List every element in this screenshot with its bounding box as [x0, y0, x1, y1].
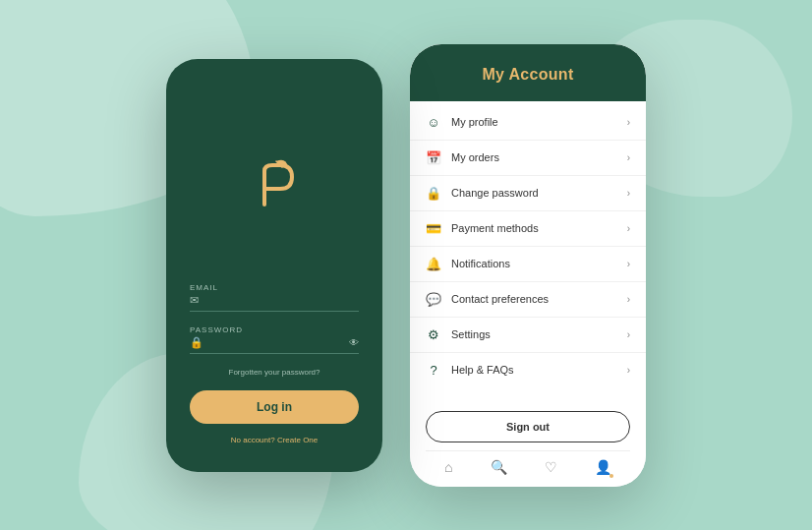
account-footer: Sign out ⌂ 🔍 ♡ 👤 [410, 403, 646, 487]
password-icon: 🔒 [426, 186, 441, 201]
phones-container: EMAIL ✉ PASSWORD 🔒 👁 Forgotten your pass… [166, 44, 646, 487]
help-label: Help & FAQs [451, 364, 617, 376]
lock-icon: 🔒 [190, 336, 203, 349]
notifications-icon: 🔔 [426, 257, 441, 271]
help-chevron: › [627, 365, 630, 376]
notifications-label: Notifications [451, 258, 617, 269]
account-title: My Account [426, 66, 630, 84]
no-account-label: No account? [231, 436, 275, 444]
help-icon: ? [426, 363, 441, 378]
profile-chevron: › [627, 117, 630, 128]
email-input-group: EMAIL ✉ [190, 283, 359, 312]
email-field[interactable] [204, 295, 359, 306]
email-icon: ✉ [190, 294, 199, 307]
orders-chevron: › [627, 152, 630, 163]
contact-label: Contact preferences [451, 293, 617, 305]
menu-item-password[interactable]: 🔒 Change password › [410, 176, 646, 211]
orders-icon: 📅 [426, 150, 441, 165]
menu-item-notifications[interactable]: 🔔 Notifications › [410, 247, 646, 282]
menu-item-profile[interactable]: ☺ My profile › [410, 105, 646, 141]
menu-item-orders[interactable]: 📅 My orders › [410, 141, 646, 176]
account-phone: My Account ☺ My profile › 📅 My orders › … [410, 44, 646, 487]
profile-icon: ☺ [426, 115, 441, 130]
password-input-row: 🔒 👁 [190, 336, 359, 354]
password-label: PASSWORD [190, 325, 359, 334]
create-one-link[interactable]: Create One [277, 436, 318, 444]
bottom-nav: ⌂ 🔍 ♡ 👤 [426, 450, 630, 481]
settings-label: Settings [451, 328, 617, 340]
contact-chevron: › [627, 294, 630, 305]
orders-label: My orders [451, 151, 617, 163]
menu-item-payment[interactable]: 💳 Payment methods › [410, 211, 646, 247]
logo-area [243, 94, 306, 275]
no-account-text: No account? Create One [190, 436, 359, 444]
nav-heart-icon[interactable]: ♡ [537, 455, 565, 479]
password-label: Change password [451, 187, 617, 199]
menu-item-settings[interactable]: ⚙ Settings › [410, 318, 646, 353]
account-header: My Account [410, 44, 646, 101]
login-phone: EMAIL ✉ PASSWORD 🔒 👁 Forgotten your pass… [166, 59, 382, 472]
nav-account-icon[interactable]: 👤 [587, 455, 619, 479]
menu-item-contact[interactable]: 💬 Contact preferences › [410, 282, 646, 318]
email-input-row: ✉ [190, 294, 359, 312]
payment-label: Payment methods [451, 222, 617, 234]
password-chevron: › [627, 188, 630, 199]
payment-icon: 💳 [426, 221, 441, 236]
login-button[interactable]: Log in [190, 390, 359, 424]
login-form: EMAIL ✉ PASSWORD 🔒 👁 Forgotten your pass… [190, 283, 359, 444]
profile-label: My profile [451, 116, 617, 128]
menu-item-help[interactable]: ? Help & FAQs › [410, 353, 646, 387]
nav-active-dot [609, 474, 613, 478]
password-field[interactable] [209, 337, 343, 348]
app-logo [243, 153, 306, 216]
notifications-chevron: › [627, 259, 630, 269]
contact-icon: 💬 [426, 292, 441, 307]
settings-icon: ⚙ [426, 327, 441, 342]
sign-out-button[interactable]: Sign out [426, 411, 630, 442]
nav-home-icon[interactable]: ⌂ [436, 455, 460, 479]
email-label: EMAIL [190, 283, 359, 292]
settings-chevron: › [627, 329, 630, 340]
password-input-group: PASSWORD 🔒 👁 [190, 325, 359, 354]
nav-search-icon[interactable]: 🔍 [483, 455, 515, 479]
payment-chevron: › [627, 223, 630, 234]
account-menu: ☺ My profile › 📅 My orders › 🔒 Change pa… [410, 101, 646, 403]
forgot-password-text[interactable]: Forgotten your password? [190, 368, 359, 377]
eye-icon[interactable]: 👁 [349, 337, 359, 348]
